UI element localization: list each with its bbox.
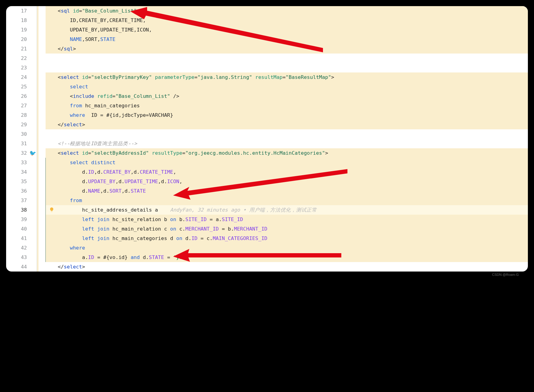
code-line[interactable]: </sql> — [46, 44, 528, 54]
code-token: , — [179, 179, 182, 184]
code-line[interactable]: </select> — [46, 262, 528, 272]
code-line[interactable]: </select> — [46, 120, 528, 129]
code-token — [46, 216, 82, 222]
code-line[interactable]: left join hc_site_relation b on b.SITE_I… — [46, 215, 528, 224]
code-line[interactable] — [46, 129, 528, 139]
code-line[interactable]: <select id="selectByPrimaryKey" paramete… — [46, 72, 528, 82]
code-line[interactable]: a.ID = #{vo.id} and d.STATE = 'yes' — [46, 253, 528, 262]
code-token: < — [46, 150, 61, 156]
code-line[interactable] — [46, 54, 528, 63]
line-number: 44 — [6, 262, 27, 272]
code-token: select — [64, 122, 82, 128]
line-number: 32 — [6, 148, 27, 158]
code-line[interactable]: left join hc_main_relation c on c.MERCHA… — [46, 224, 528, 234]
code-token: MERCHANT_ID — [234, 226, 267, 232]
code-line[interactable]: left join hc_main_categories d on d.ID =… — [46, 234, 528, 243]
code-token: = c. — [198, 235, 213, 241]
lightbulb-icon[interactable] — [49, 207, 54, 213]
code-token: MAIN_CATEGORIES_ID — [213, 235, 267, 241]
code-token: on — [170, 226, 176, 232]
code-line[interactable]: select — [46, 82, 528, 91]
code-token — [46, 245, 70, 251]
code-line[interactable]: where — [46, 243, 528, 253]
code-token: = — [113, 93, 116, 99]
code-line[interactable]: from hc_main_categories — [46, 101, 528, 110]
code-line[interactable]: hc_site_address_details a AndyFan, 32 mi… — [46, 205, 528, 215]
code-token: UPDATE_BY,UPDATE_TIME,ICON, — [46, 27, 152, 33]
gutter: 1718192021222324252627282930313233343536… — [6, 6, 37, 272]
code-line[interactable]: NAME,SORT,STATE — [46, 35, 528, 44]
code-token — [152, 74, 155, 80]
code-token: "selectByPrimaryKey" — [91, 74, 152, 80]
code-token: ,SORT, — [82, 36, 100, 42]
code-token: > — [73, 46, 76, 52]
code-token: ,d. — [94, 169, 103, 175]
line-number: 37 — [6, 196, 27, 205]
code-line[interactable]: <select id="selectByAddressId" resultTyp… — [46, 148, 528, 158]
code-line[interactable]: <!--根据地址ID查询主营品类--> — [46, 139, 528, 148]
code-token — [88, 160, 91, 165]
code-token: > — [82, 264, 85, 270]
code-token: distinct — [91, 160, 115, 165]
line-number: 25 — [6, 82, 27, 91]
code-token: hc_site_address_details a — [46, 207, 170, 213]
code-token: on — [176, 235, 182, 241]
code-token: hc_main_relation c — [109, 226, 170, 232]
code-token: SITE_ID — [185, 216, 207, 222]
code-token: id — [82, 150, 88, 156]
code-line[interactable]: ID,CREATE_BY,CREATE_TIME, — [46, 16, 528, 25]
code-token: ID = #{id,jdbcType=VARCHAR} — [85, 112, 173, 118]
code-column[interactable]: <sql id="Base_Column_List"> ID,CREATE_BY… — [37, 6, 528, 272]
code-token: d. — [140, 254, 149, 260]
line-number: 42 — [6, 243, 27, 253]
line-number: 43 — [6, 253, 27, 262]
line-number: 39 — [6, 215, 27, 224]
code-token: </ — [46, 46, 64, 52]
gutter-icons: 🐦 — [31, 6, 37, 272]
change-bar — [37, 6, 39, 272]
code-token — [149, 150, 152, 156]
code-token — [70, 8, 73, 14]
code-line[interactable]: from — [46, 196, 528, 205]
code-line[interactable]: d.NAME,d.SORT,d.STATE — [46, 186, 528, 196]
code-token: ,d. — [131, 169, 140, 175]
code-token: /> — [170, 93, 179, 99]
line-number: 36 — [6, 186, 27, 196]
line-number: 40 — [6, 224, 27, 234]
code-token: ICON — [167, 179, 179, 184]
code-token: = — [195, 74, 198, 80]
line-number: 33 — [6, 158, 27, 167]
code-line[interactable]: d.ID,d.CREATE_BY,d.CREATE_TIME, — [46, 167, 528, 177]
code-token: = b. — [219, 226, 234, 232]
code-token — [46, 198, 70, 203]
code-token: resultType — [152, 150, 182, 156]
code-line[interactable]: <include refid="Base_Column_List" /> — [46, 91, 528, 101]
code-token: NAME — [70, 36, 82, 42]
line-number: 23 — [6, 63, 27, 72]
code-token — [46, 36, 70, 42]
code-token: id — [73, 8, 79, 14]
code-token: from — [70, 198, 82, 203]
code-token: where — [70, 245, 85, 251]
code-token — [252, 74, 255, 80]
code-line[interactable]: where ID = #{id,jdbcType=VARCHAR} — [46, 110, 528, 120]
code-line[interactable]: <sql id="Base_Column_List"> — [46, 6, 528, 16]
code-token: include — [73, 93, 94, 99]
code-token: > — [137, 8, 140, 14]
code-token: > — [331, 74, 334, 80]
code-token: d. — [46, 169, 88, 175]
code-line[interactable]: UPDATE_BY,UPDATE_TIME,ICON, — [46, 25, 528, 35]
code-line[interactable]: select distinct — [46, 158, 528, 167]
code-token: b. — [176, 216, 185, 222]
code-token: "Base_Column_List" — [116, 93, 170, 99]
code-token — [46, 235, 82, 241]
code-line[interactable]: d.UPDATE_BY,d.UPDATE_TIME,d.ICON, — [46, 177, 528, 186]
code-token: ,d. — [121, 188, 131, 194]
code-token: ID — [88, 254, 94, 260]
line-numbers: 1718192021222324252627282930313233343536… — [6, 6, 31, 272]
line-number: 31 — [6, 139, 27, 148]
code-token: STATE — [149, 254, 164, 260]
code-token: = — [283, 74, 286, 80]
code-line[interactable] — [46, 63, 528, 72]
code-token: SORT — [109, 188, 122, 194]
